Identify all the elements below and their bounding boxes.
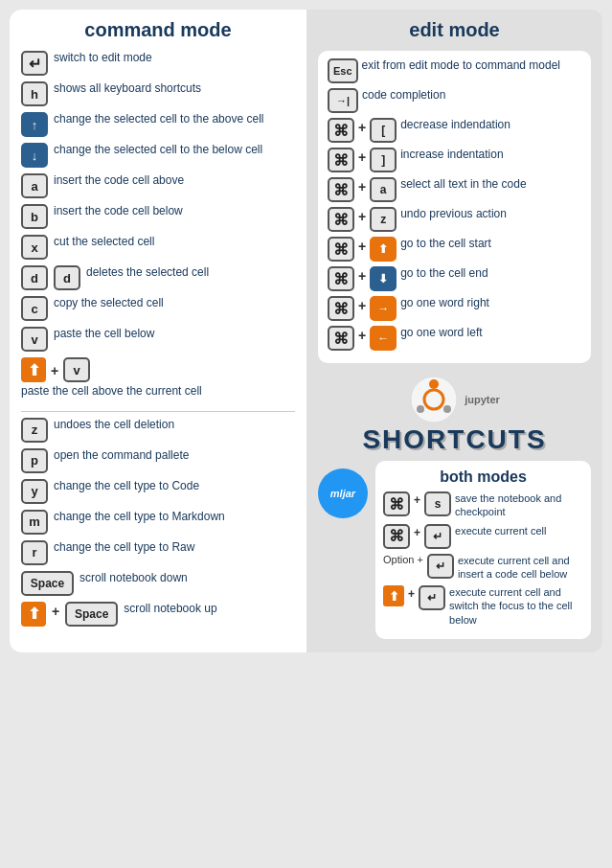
key-c: c xyxy=(21,296,48,321)
key-enter-both: ↵ xyxy=(424,524,451,549)
key-r: r xyxy=(21,540,48,565)
key-b: b xyxy=(21,204,48,229)
shortcut-space: Space scroll notebook down xyxy=(21,571,295,596)
edit-mode-box: Esc exit from edit mode to command model… xyxy=(318,51,591,363)
key-v: v xyxy=(21,327,48,352)
desc-cmd-z: undo previous action xyxy=(400,207,581,222)
shift-key-orange: ⬆ xyxy=(21,357,46,382)
paste-above-desc: paste the cell above the current cell xyxy=(21,384,295,400)
key-z-edit: z xyxy=(370,207,397,232)
desc-shift-enter: execute current cell and switch the focu… xyxy=(449,585,583,627)
edit-tab: →| code completion xyxy=(328,88,581,113)
shortcut-dd: d d deletes the selected cell xyxy=(21,265,295,290)
command-mode-title: command mode xyxy=(21,19,295,41)
key-enter-option: ↵ xyxy=(427,554,454,579)
desc-v: paste the cell below xyxy=(54,327,295,342)
shortcut-shift-space: ⬆ + Space scroll notebook up xyxy=(21,602,295,627)
shortcut-enter: ↵ switch to edit mode xyxy=(21,51,295,76)
desc-down: change the selected cell to the below ce… xyxy=(54,143,295,158)
key-s: s xyxy=(424,491,451,516)
key-space: Space xyxy=(21,571,74,596)
edit-cmd-left: ⌘ + ← go one word left xyxy=(328,326,581,351)
shortcut-c: c copy the selected cell xyxy=(21,296,295,321)
plus7: + xyxy=(358,298,366,313)
key-z: z xyxy=(21,418,48,443)
desc-space: scroll notebook down xyxy=(79,571,295,586)
key-x: x xyxy=(21,235,48,260)
desc-option-enter: execute current cell and insert a code c… xyxy=(458,554,583,582)
desc-b: insert the code cell below xyxy=(54,204,295,219)
desc-shift-space: scroll notebook up xyxy=(124,602,295,617)
both-cmd-s: ⌘ + s save the notebook and checkpoint xyxy=(383,491,583,519)
key-cmd4: ⌘ xyxy=(328,207,354,232)
shortcut-p: p open the command pallete xyxy=(21,448,295,473)
desc-r: change the cell type to Raw xyxy=(54,540,295,556)
desc-x: cut the selected cell xyxy=(54,235,295,250)
paste-plus: + xyxy=(51,363,58,378)
main-container: command mode ↵ switch to edit mode h sho… xyxy=(10,10,602,652)
desc-z: undoes the cell deletion xyxy=(54,418,295,433)
key-enter-shift: ↵ xyxy=(419,585,445,610)
plus1: + xyxy=(358,120,366,135)
desc-cmd-bracket-open: decrease indendation xyxy=(400,118,581,133)
key-left-edit: ← xyxy=(370,326,397,351)
plus2: + xyxy=(358,149,366,165)
key-enter: ↵ xyxy=(21,51,48,76)
shortcut-h: h shows all keyboard shortcuts xyxy=(21,81,295,106)
key-cmd3: ⌘ xyxy=(328,177,354,202)
jupyter-logo xyxy=(409,375,459,424)
key-h: h xyxy=(21,81,48,106)
plus5: + xyxy=(358,239,366,254)
shortcut-y: y change the cell type to Code xyxy=(21,479,295,504)
shortcut-b: b insert the code cell below xyxy=(21,204,295,229)
key-up: ↑ xyxy=(21,112,48,137)
key-cmd5: ⌘ xyxy=(328,237,354,262)
key-space2: Space xyxy=(65,602,118,627)
desc-c: copy the selected cell xyxy=(54,296,295,311)
desc-y: change the cell type to Code xyxy=(54,479,295,494)
edit-cmd-z: ⌘ + z undo previous action xyxy=(328,207,581,232)
desc-cmd-left: go one word left xyxy=(400,326,581,341)
key-cmd2: ⌘ xyxy=(328,148,354,172)
edit-mode-title: edit mode xyxy=(318,19,591,41)
desc-cmd-a: select all text in the code xyxy=(400,177,581,193)
plus3: + xyxy=(358,179,366,194)
desc-esc: exit from edit mode to command model xyxy=(362,58,581,74)
key-m: m xyxy=(21,510,48,535)
jupyter-label: jupyter xyxy=(465,394,500,405)
desc-cmd-up: go to the cell start xyxy=(400,237,581,252)
key-y: y xyxy=(21,479,48,504)
key-cmd7: ⌘ xyxy=(328,296,354,321)
paste-above-keys: ⬆ + v xyxy=(21,357,295,382)
key-cmd-enter: ⌘ xyxy=(383,524,410,549)
key-p: p xyxy=(21,448,48,473)
desc-cmd-down: go to the cell end xyxy=(400,266,581,282)
mljar-badge: mljar xyxy=(318,468,368,518)
edit-cmd-a: ⌘ + a select all text in the code xyxy=(328,177,581,202)
both-modes-title: both modes xyxy=(383,468,583,486)
desc-up: change the selected cell to the above ce… xyxy=(54,112,295,127)
plus-s: + xyxy=(414,493,420,507)
right-panel: edit mode Esc exit from edit mode to com… xyxy=(306,10,602,652)
shortcut-z: z undoes the cell deletion xyxy=(21,418,295,443)
key-cmd6: ⌘ xyxy=(328,266,354,291)
shift-key-enter: ⬆ xyxy=(383,585,404,606)
key-down-edit: ⬇ xyxy=(370,266,397,291)
both-option-enter: Option + ↵ execute current cell and inse… xyxy=(383,554,583,582)
desc-cmd-right: go one word right xyxy=(400,296,581,311)
shortcut-a: a insert the code cell above xyxy=(21,173,295,198)
plus4: + xyxy=(358,209,366,224)
key-a: a xyxy=(21,173,48,198)
both-shift-enter: ⬆ + ↵ execute current cell and switch th… xyxy=(383,585,583,627)
desc-dd: deletes the selected cell xyxy=(86,265,295,281)
desc-p: open the command pallete xyxy=(54,448,295,464)
key-cmd1: ⌘ xyxy=(328,118,354,143)
edit-cmd-bracket-close: ⌘ + ] increase indentation xyxy=(328,148,581,172)
key-cmd8: ⌘ xyxy=(328,326,354,351)
key-v2: v xyxy=(63,357,90,382)
both-cmd-enter: ⌘ + ↵ execute current cell xyxy=(383,524,583,549)
key-cmd-s: ⌘ xyxy=(383,491,410,516)
key-esc: Esc xyxy=(328,58,358,83)
key-d1: d xyxy=(21,265,48,290)
desc-tab: code completion xyxy=(362,88,581,103)
